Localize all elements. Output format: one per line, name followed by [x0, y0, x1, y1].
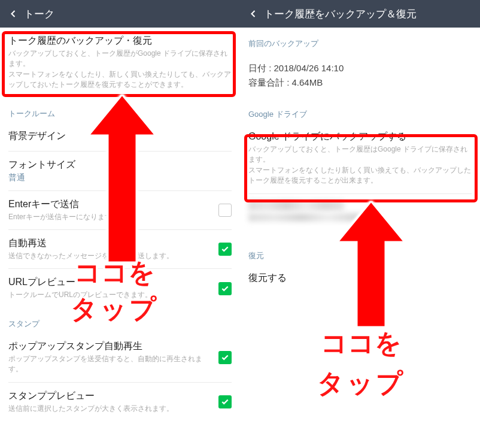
url-desc: トークルームでURLのプレビューできます。: [8, 290, 210, 300]
checkbox-checked-icon: [218, 351, 232, 364]
enter-key-item[interactable]: Enterキーで送信 Enterキーが送信キーになります。: [0, 191, 240, 229]
stamp-preview-item[interactable]: スタンププレビュー 送信前に選択したスタンプが大きく表示されます。: [0, 383, 240, 421]
screen-left: トーク トーク履歴のバックアップ・復元 バックアップしておくと、トーク履歴がGo…: [0, 0, 240, 448]
restore-title: 復元する: [248, 272, 472, 284]
date-value: 2018/04/26 14:10: [274, 63, 344, 73]
backup-date-line: 日付 : 2018/04/26 14:10: [248, 61, 472, 75]
enter-title: Enterキーで送信: [8, 198, 210, 211]
autoresend-title: 自動再送: [8, 237, 210, 250]
checkbox-unchecked-icon: [218, 204, 232, 217]
size-value: 4.64MB: [292, 77, 323, 87]
auto-resend-item[interactable]: 自動再送 送信できなかったメッセージを自動で再送します。: [0, 230, 240, 268]
popup-checkbox[interactable]: [218, 351, 232, 364]
size-label: 容量合計: [248, 77, 284, 87]
section-talkroom: トークルーム: [0, 98, 240, 123]
last-backup-info: 日付 : 2018/04/26 14:10 容量合計 : 4.64MB: [240, 53, 480, 98]
background-design-item[interactable]: 背景デザイン: [0, 123, 240, 151]
restore-item[interactable]: 復元する: [240, 265, 480, 293]
screen-right: トーク履歴をバックアップ＆復元 前回のバックアップ 日付 : 2018/04/2…: [240, 0, 480, 448]
backup-to-drive-item[interactable]: Google ドライブにバックアップする バックアップしておくと、トーク履歴はG…: [240, 123, 480, 193]
font-size-item[interactable]: フォントサイズ 普通: [0, 152, 240, 190]
header-title: トーク: [24, 7, 54, 21]
backup-restore-item[interactable]: トーク履歴のバックアップ・復元 バックアップしておくと、トーク履歴がGoogle…: [0, 28, 240, 98]
date-label: 日付: [248, 63, 266, 73]
content-right: 前回のバックアップ 日付 : 2018/04/26 14:10 容量合計 : 4…: [240, 28, 480, 448]
blurred-text: [248, 213, 380, 222]
backup-drive-title: Google ドライブにバックアップする: [248, 131, 472, 143]
header-right: トーク履歴をバックアップ＆復元: [240, 0, 480, 28]
enter-checkbox[interactable]: [218, 204, 232, 217]
url-checkbox[interactable]: [218, 282, 232, 295]
section-google-drive: Google ドライブ: [240, 98, 480, 123]
section-last-backup: 前回のバックアップ: [240, 28, 480, 53]
stamp-preview-desc: 送信前に選択したスタンプが大きく表示されます。: [8, 404, 210, 414]
backup-drive-desc: バックアップしておくと、トーク履歴はGoogle ドライブに保存されます。 スマ…: [248, 144, 472, 186]
font-value: 普通: [8, 172, 232, 183]
checkbox-checked-icon: [218, 282, 232, 295]
background-title: 背景デザイン: [8, 130, 232, 143]
blurred-text: [248, 200, 344, 211]
enter-desc: Enterキーが送信キーになります。: [8, 212, 210, 222]
backup-title: トーク履歴のバックアップ・復元: [8, 35, 232, 47]
section-restore: 復元: [240, 240, 480, 265]
popup-desc: ポップアップスタンプを送受信すると、自動的に再生されます。: [8, 354, 210, 375]
stamp-preview-checkbox[interactable]: [218, 395, 232, 408]
header-title: トーク履歴をバックアップ＆復元: [264, 7, 417, 21]
checkbox-checked-icon: [218, 395, 232, 408]
autoresend-checkbox[interactable]: [218, 243, 232, 256]
section-stamp: スタンプ: [0, 308, 240, 333]
blurred-account-item[interactable]: [240, 194, 480, 228]
checkbox-checked-icon: [218, 243, 232, 256]
stamp-preview-title: スタンププレビュー: [8, 390, 210, 402]
backup-size-line: 容量合計 : 4.64MB: [248, 75, 472, 90]
popup-stamp-item[interactable]: ポップアップスタンプ自動再生 ポップアップスタンプを送受信すると、自動的に再生さ…: [0, 333, 240, 382]
url-preview-item[interactable]: URLプレビュー トークルームでURLのプレビューできます。: [0, 269, 240, 307]
back-button[interactable]: [245, 5, 262, 22]
back-button[interactable]: [5, 5, 22, 22]
autoresend-desc: 送信できなかったメッセージを自動で再送します。: [8, 251, 210, 261]
url-title: URLプレビュー: [8, 276, 210, 289]
backup-desc: バックアップしておくと、トーク履歴がGoogle ドライブに保存されます。 スマ…: [8, 49, 232, 90]
header-left: トーク: [0, 0, 240, 28]
popup-title: ポップアップスタンプ自動再生: [8, 340, 210, 353]
content-left: トーク履歴のバックアップ・復元 バックアップしておくと、トーク履歴がGoogle…: [0, 28, 240, 448]
font-title: フォントサイズ: [8, 159, 232, 171]
